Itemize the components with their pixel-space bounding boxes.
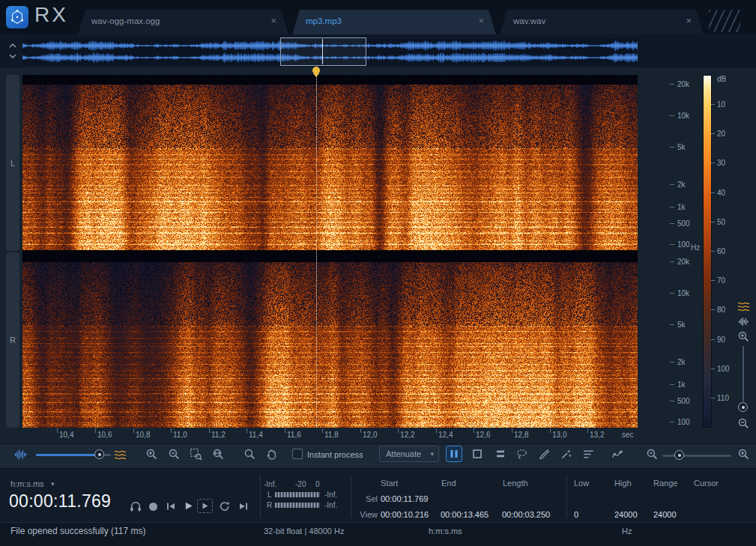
harmonics-tool-icon[interactable] bbox=[582, 448, 595, 461]
selection-col-start: Start bbox=[381, 479, 398, 488]
selection-col-end: End bbox=[441, 479, 456, 488]
time-selection-tool[interactable] bbox=[446, 446, 462, 462]
db-tick-label: 80 bbox=[717, 306, 735, 315]
go-to-end-icon[interactable] bbox=[238, 500, 250, 512]
monitor-headphones-icon[interactable] bbox=[129, 500, 142, 512]
instant-process-checkbox[interactable] bbox=[292, 449, 303, 459]
time-tick-label: 11,2 bbox=[209, 431, 226, 440]
zoom-in-icon[interactable] bbox=[145, 448, 158, 461]
zoom-selection-icon[interactable] bbox=[190, 448, 202, 461]
spectrogram-left-canvas[interactable] bbox=[22, 75, 638, 251]
status-separator bbox=[260, 475, 261, 518]
time-tick-label: 10,4 bbox=[57, 431, 73, 440]
time-tick-label: 11,4 bbox=[247, 431, 263, 440]
frequency-high-value[interactable]: 24000 bbox=[614, 510, 638, 519]
waveform-mini-icon[interactable] bbox=[739, 317, 749, 327]
zoom-fit-icon[interactable] bbox=[212, 448, 225, 461]
meter-left-label: L bbox=[267, 491, 272, 499]
tab-mp3[interactable]: mp3.mp3 × bbox=[292, 10, 496, 34]
selection-sel-start[interactable]: 00:00:11.769 bbox=[381, 494, 428, 503]
meter-right-value: -Inf. bbox=[324, 501, 337, 509]
signal-curve-tool-icon[interactable] bbox=[611, 448, 624, 461]
go-to-start-icon[interactable] bbox=[165, 500, 177, 512]
freq-unit-label: Hz bbox=[691, 243, 700, 252]
overview-playhead[interactable] bbox=[322, 39, 323, 64]
freq-tick-label: 500 bbox=[677, 219, 700, 228]
tab-label: mp3.mp3 bbox=[306, 16, 342, 25]
magic-wand-tool-icon[interactable] bbox=[560, 448, 572, 461]
waveform-view-icon[interactable] bbox=[15, 449, 27, 460]
play-button[interactable] bbox=[182, 500, 195, 512]
play-selection-button[interactable] bbox=[197, 499, 213, 513]
time-tick-label: 11,0 bbox=[171, 431, 187, 440]
db-tick-label: 50 bbox=[717, 218, 735, 227]
spectrogram-view-icon[interactable] bbox=[114, 449, 127, 461]
app-logo bbox=[6, 6, 28, 28]
time-frequency-selection-tool[interactable] bbox=[469, 446, 486, 462]
hand-tool-icon[interactable] bbox=[265, 448, 278, 461]
spectrogram-settings-icon[interactable] bbox=[737, 301, 750, 312]
current-time-display[interactable]: 00:00:11.769 bbox=[9, 491, 111, 512]
freq-tick-label: 2k bbox=[677, 181, 700, 189]
frequency-low-value[interactable]: 0 bbox=[574, 510, 578, 519]
brush-tool-icon[interactable] bbox=[538, 448, 551, 461]
freq-tick-label: 20k bbox=[677, 80, 700, 89]
tab-close-icon[interactable]: × bbox=[478, 15, 484, 26]
channel-strip-left[interactable]: L bbox=[6, 75, 19, 251]
tab-overflow-grip-icon bbox=[709, 10, 740, 32]
time-tick-label: 12,2 bbox=[398, 431, 414, 440]
zoom-out-icon[interactable] bbox=[168, 448, 181, 461]
time-tick-label: 13,0 bbox=[550, 431, 566, 440]
frequency-table-unit: Hz bbox=[622, 527, 632, 536]
time-tick-label: 13,2 bbox=[587, 431, 604, 440]
tab-close-icon[interactable]: × bbox=[270, 15, 276, 26]
module-selector-dropdown[interactable]: Attenuate ▾ bbox=[379, 446, 439, 462]
meter-left-value: -Inf. bbox=[324, 491, 337, 499]
tab-close-icon[interactable]: × bbox=[686, 15, 692, 26]
horizontal-zoom-in-icon[interactable] bbox=[737, 448, 750, 461]
selection-table-unit: h:m:s.ms bbox=[429, 527, 462, 536]
selection-row-sel-label: Sel bbox=[355, 494, 378, 503]
horizontal-zoom-slider-track[interactable] bbox=[662, 455, 731, 457]
record-button[interactable] bbox=[149, 503, 157, 511]
time-tick-label: 12,4 bbox=[436, 431, 453, 440]
frequency-range-value: 24000 bbox=[653, 510, 677, 519]
loop-playback-icon[interactable] bbox=[218, 500, 231, 512]
playhead-line[interactable] bbox=[316, 75, 317, 428]
tab-label: wav.wav bbox=[513, 16, 545, 25]
app-logo-text: RX bbox=[34, 3, 68, 27]
tab-wav-ogg-max[interactable]: wav-ogg-max.ogg × bbox=[78, 10, 288, 34]
selection-view-length: 00:00:03.250 bbox=[502, 510, 550, 519]
overview-collapse-icon[interactable] bbox=[7, 40, 19, 62]
selection-row-view-label: View bbox=[355, 510, 378, 519]
time-tick-label: 10,6 bbox=[95, 431, 112, 440]
time-format-selector[interactable]: h:m:s.ms bbox=[10, 479, 44, 488]
channel-divider bbox=[22, 250, 638, 252]
selection-view-end: 00:00:13.465 bbox=[441, 510, 489, 519]
vertical-zoom-in-icon[interactable] bbox=[737, 330, 750, 343]
spectrogram-right-canvas[interactable] bbox=[22, 252, 638, 428]
status-separator bbox=[566, 475, 567, 518]
tab-label: wav-ogg-max.ogg bbox=[91, 16, 160, 25]
freq-tick-label: 5k bbox=[677, 143, 700, 152]
vertical-zoom-slider-knob[interactable] bbox=[738, 402, 748, 412]
vertical-zoom-out-icon[interactable] bbox=[737, 417, 750, 430]
meter-right-bar bbox=[275, 503, 320, 508]
freq-tick-label: 5k bbox=[677, 321, 700, 330]
freq-tick-label: 10k bbox=[677, 112, 700, 121]
freq-tick-label: 1k bbox=[677, 203, 700, 212]
frequency-selection-tool[interactable] bbox=[492, 446, 509, 462]
horizontal-zoom-out-icon[interactable] bbox=[646, 448, 659, 461]
vertical-zoom-slider-track[interactable] bbox=[743, 346, 744, 401]
meter-scale-mid: -20 bbox=[295, 480, 306, 488]
view-balance-slider-knob[interactable] bbox=[94, 449, 104, 459]
overview-view-range-box[interactable] bbox=[280, 37, 366, 66]
tab-wav[interactable]: wav.wav × bbox=[500, 10, 704, 34]
db-tick-label: 90 bbox=[717, 336, 735, 345]
instant-process-label: Instant process bbox=[307, 450, 363, 459]
db-tick-label: 20 bbox=[717, 130, 735, 139]
lasso-tool-icon[interactable] bbox=[515, 448, 528, 461]
channel-strip-right[interactable]: R bbox=[6, 252, 19, 428]
magnifier-icon[interactable] bbox=[244, 448, 256, 461]
horizontal-zoom-slider-knob[interactable] bbox=[674, 450, 684, 460]
